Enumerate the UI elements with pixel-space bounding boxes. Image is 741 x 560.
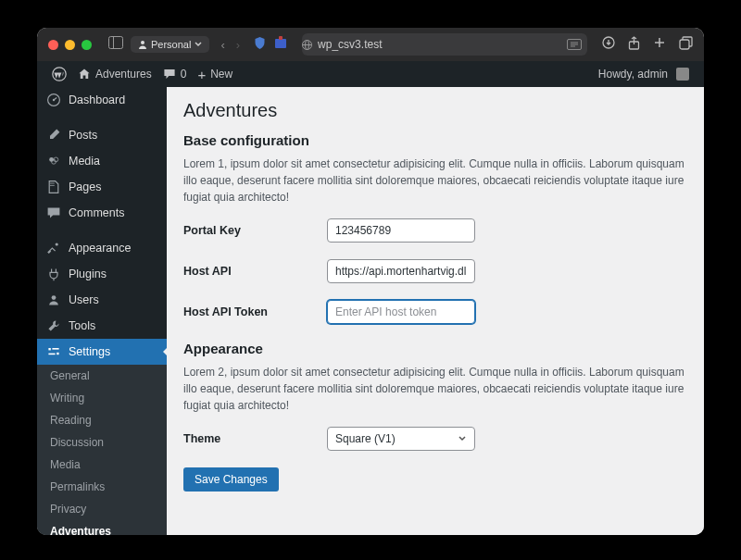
section-appearance-title: Appearance: [183, 341, 687, 356]
profile-label: Personal: [151, 39, 191, 50]
sidebar-item-posts[interactable]: Posts: [37, 122, 167, 148]
sidebar-item-pages[interactable]: Pages: [37, 174, 167, 200]
sidebar-item-dashboard[interactable]: Dashboard: [37, 87, 167, 113]
admin-sidebar: Dashboard Posts Media Pages Comments App…: [37, 87, 167, 535]
submenu-adventures[interactable]: Adventures: [37, 520, 167, 535]
sidebar-item-users[interactable]: Users: [37, 287, 167, 313]
new-content[interactable]: +New: [192, 68, 238, 81]
submenu-reading[interactable]: Reading: [37, 409, 167, 431]
submenu-privacy[interactable]: Privacy: [37, 498, 167, 520]
sidebar-item-tools[interactable]: Tools: [37, 313, 167, 339]
row-host-api: Host API: [183, 259, 687, 283]
section-base-config-title: Base configuration: [183, 132, 687, 148]
host-api-token-label: Host API Token: [183, 305, 327, 318]
browser-window: Personal ‹ › wp_csv3.test Adventures 0: [37, 28, 704, 535]
shield-icon[interactable]: [253, 36, 267, 54]
wp-admin-bar: Adventures 0 +New Howdy, admin: [37, 61, 704, 87]
sidebar-item-label: Comments: [69, 206, 124, 219]
new-tab-icon[interactable]: [653, 36, 666, 53]
section-base-config-desc: Lorem 1, ipsum dolor sit amet consectetu…: [183, 156, 687, 205]
maximize-icon[interactable]: [82, 40, 92, 50]
chevron-down-icon: [458, 434, 467, 443]
svg-rect-25: [48, 354, 55, 355]
theme-select[interactable]: Square (V1): [327, 427, 475, 451]
svg-rect-4: [279, 36, 283, 40]
comment-count: 0: [181, 68, 187, 81]
portal-key-input[interactable]: [327, 218, 475, 243]
host-api-token-input[interactable]: [327, 300, 475, 324]
settings-submenu: General Writing Reading Discussion Media…: [37, 365, 167, 535]
avatar-icon: [676, 68, 689, 81]
theme-label: Theme: [183, 432, 327, 445]
howdy-user[interactable]: Howdy, admin: [593, 68, 695, 81]
greeting-text: Howdy, admin: [598, 68, 668, 81]
svg-point-2: [141, 41, 144, 44]
comments-bubble[interactable]: 0: [157, 68, 193, 81]
back-icon[interactable]: ‹: [217, 38, 228, 52]
row-portal-key: Portal Key: [183, 218, 687, 243]
profile-button[interactable]: Personal: [131, 36, 209, 53]
svg-point-21: [52, 295, 57, 300]
url-bar[interactable]: wp_csv3.test: [302, 33, 587, 56]
settings-page-content: Adventures Base configuration Lorem 1, i…: [167, 87, 704, 535]
globe-icon: [302, 40, 312, 50]
browser-chrome: Personal ‹ › wp_csv3.test: [37, 28, 704, 61]
sidebar-item-label: Tools: [69, 319, 95, 332]
extension-icon[interactable]: [274, 36, 287, 53]
url-text: wp_csv3.test: [318, 38, 382, 51]
site-link[interactable]: Adventures: [72, 68, 157, 81]
host-api-label: Host API: [183, 265, 327, 278]
reader-mode-icon[interactable]: [567, 39, 582, 50]
submenu-permalinks[interactable]: Permalinks: [37, 476, 167, 498]
row-host-api-token: Host API Token: [183, 300, 687, 324]
sidebar-item-label: Dashboard: [69, 93, 125, 106]
sidebar-item-label: Users: [69, 293, 99, 306]
wp-logo[interactable]: [46, 67, 72, 81]
forward-icon: ›: [236, 38, 240, 52]
share-icon[interactable]: [628, 36, 640, 54]
sidebar-item-label: Pages: [69, 180, 101, 193]
theme-value: Square (V1): [335, 432, 396, 445]
row-theme: Theme Square (V1): [183, 427, 687, 451]
chevron-down-icon: [195, 41, 202, 48]
submenu-general[interactable]: General: [37, 365, 167, 387]
submenu-media[interactable]: Media: [37, 454, 167, 476]
sidebar-item-appearance[interactable]: Appearance: [37, 235, 167, 261]
sidebar-item-label: Posts: [69, 129, 97, 142]
svg-rect-0: [109, 37, 123, 49]
sidebar-toggle-icon[interactable]: [108, 36, 123, 53]
svg-rect-24: [57, 353, 58, 355]
svg-point-18: [53, 99, 55, 101]
sidebar-item-comments[interactable]: Comments: [37, 200, 167, 226]
sidebar-item-media[interactable]: Media: [37, 148, 167, 174]
page-title: Adventures: [183, 100, 687, 121]
site-name: Adventures: [95, 68, 152, 81]
svg-point-20: [56, 243, 58, 245]
host-api-input[interactable]: [327, 259, 475, 283]
save-button[interactable]: Save Changes: [183, 467, 279, 492]
sidebar-item-label: Plugins: [69, 268, 107, 280]
tabs-icon[interactable]: [679, 36, 693, 54]
traffic-lights: [48, 40, 92, 50]
section-appearance-desc: Lorem 2, ipsum dolor sit amet consectetu…: [183, 364, 687, 414]
close-icon[interactable]: [48, 40, 58, 50]
sidebar-item-plugins[interactable]: Plugins: [37, 261, 167, 287]
submenu-discussion[interactable]: Discussion: [37, 431, 167, 454]
submenu-writing[interactable]: Writing: [37, 387, 167, 409]
sidebar-item-label: Settings: [69, 345, 110, 358]
svg-rect-23: [52, 348, 58, 350]
svg-rect-15: [680, 40, 689, 49]
download-icon[interactable]: [602, 36, 615, 53]
svg-rect-3: [275, 39, 286, 48]
sidebar-item-label: Appearance: [69, 242, 131, 255]
minimize-icon[interactable]: [65, 40, 75, 50]
sidebar-item-label: Media: [69, 155, 100, 168]
svg-rect-22: [48, 348, 50, 350]
new-label: New: [210, 68, 232, 81]
portal-key-label: Portal Key: [183, 224, 327, 237]
sidebar-item-settings[interactable]: Settings: [37, 339, 167, 365]
